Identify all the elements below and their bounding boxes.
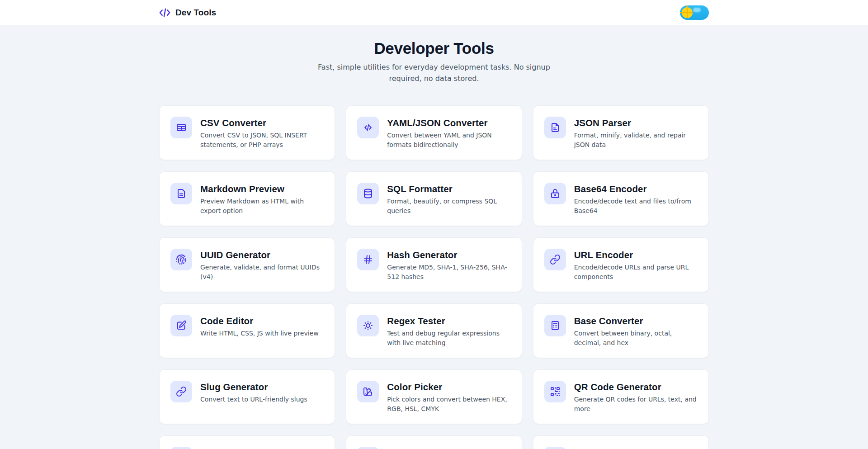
tool-card[interactable]: Slug Generator Convert text to URL-frien… — [159, 369, 335, 424]
document-icon — [170, 183, 192, 204]
tool-description: Pick colors and convert between HEX, RGB… — [387, 395, 510, 413]
hash-icon — [357, 249, 379, 270]
tool-card[interactable] — [346, 435, 522, 449]
tool-description: Format, minify, validate, and repair JSO… — [574, 131, 698, 149]
calculator-icon — [544, 315, 566, 336]
page-subtitle: Fast, simple utilities for everyday deve… — [307, 62, 561, 84]
tool-card[interactable]: Base Converter Convert between binary, o… — [533, 303, 709, 358]
tool-card[interactable]: Color Picker Pick colors and convert bet… — [346, 369, 522, 424]
tool-card[interactable]: UUID Generator Generate, validate, and f… — [159, 237, 335, 292]
tool-title: JSON Parser — [574, 118, 698, 128]
database-icon — [357, 183, 379, 204]
tool-title: URL Encoder — [574, 250, 698, 260]
tool-icon-tile — [544, 447, 566, 449]
tool-card[interactable]: CSV Converter Convert CSV to JSON, SQL I… — [159, 105, 335, 160]
hero: Developer Tools Fast, simple utilities f… — [0, 25, 868, 84]
tool-card[interactable]: Code Editor Write HTML, CSS, JS with liv… — [159, 303, 335, 358]
page-title: Developer Tools — [0, 39, 868, 58]
tool-card[interactable]: Hash Generator Generate MD5, SHA-1, SHA-… — [346, 237, 522, 292]
tool-title: Slug Generator — [200, 382, 307, 392]
brand-name: Dev Tools — [175, 8, 216, 18]
tools-grid: CSV Converter Convert CSV to JSON, SQL I… — [159, 105, 709, 449]
tool-card[interactable]: JSON Parser Format, minify, validate, an… — [533, 105, 709, 160]
tool-description: Generate MD5, SHA-1, SHA-256, SHA-512 ha… — [387, 263, 510, 281]
sun-icon — [680, 5, 709, 20]
tool-title: Regex Tester — [387, 316, 510, 326]
lock-icon — [544, 183, 566, 204]
link-icon — [544, 249, 566, 270]
tool-description: Write HTML, CSS, JS with live preview — [200, 329, 319, 338]
tool-card[interactable]: Base64 Encoder Encode/decode text and fi… — [533, 171, 709, 226]
tool-description: Encode/decode text and files to/from Bas… — [574, 197, 698, 215]
swatch-icon — [357, 381, 379, 402]
tool-description: Convert between binary, octal, decimal, … — [574, 329, 698, 347]
tool-title: Markdown Preview — [200, 184, 324, 194]
tool-title: QR Code Generator — [574, 382, 698, 392]
tool-card[interactable]: YAML/JSON Converter Convert between YAML… — [346, 105, 522, 160]
code-icon — [357, 117, 379, 138]
tool-description: Preview Markdown as HTML with export opt… — [200, 197, 324, 215]
tool-title: Base Converter — [574, 316, 698, 326]
tool-card[interactable] — [533, 435, 709, 449]
tool-title: CSV Converter — [200, 118, 324, 128]
tool-description: Format, beautify, or compress SQL querie… — [387, 197, 510, 215]
brand[interactable]: Dev Tools — [159, 8, 216, 18]
tool-description: Generate, validate, and format UUIDs (v4… — [200, 263, 324, 281]
tool-icon-tile — [357, 447, 379, 449]
tool-description: Convert CSV to JSON, SQL INSERT statemen… — [200, 131, 324, 149]
tool-title: UUID Generator — [200, 250, 324, 260]
tool-title: YAML/JSON Converter — [387, 118, 510, 128]
tool-icon-tile — [170, 447, 192, 449]
qr-code-icon — [544, 381, 566, 402]
tool-description: Convert text to URL-friendly slugs — [200, 395, 307, 404]
tool-card[interactable]: QR Code Generator Generate QR codes for … — [533, 369, 709, 424]
sun-icon — [357, 315, 379, 336]
link-icon — [170, 381, 192, 402]
tool-card[interactable]: Regex Tester Test and debug regular expr… — [346, 303, 522, 358]
tool-description: Encode/decode URLs and parse URL compone… — [574, 263, 698, 281]
tool-title: Code Editor — [200, 316, 319, 326]
tool-title: Color Picker — [387, 382, 510, 392]
fingerprint-icon — [170, 249, 192, 270]
table-icon — [170, 117, 192, 138]
tool-card[interactable] — [159, 435, 335, 449]
tool-description: Test and debug regular expressions with … — [387, 329, 510, 347]
code-icon — [159, 8, 170, 18]
tool-description: Convert between YAML and JSON formats bi… — [387, 131, 510, 149]
site-header: Dev Tools — [0, 0, 868, 25]
tool-card[interactable]: Markdown Preview Preview Markdown as HTM… — [159, 171, 335, 226]
tool-description: Generate QR codes for URLs, text, and mo… — [574, 395, 698, 413]
tool-title: Base64 Encoder — [574, 184, 698, 194]
tool-title: Hash Generator — [387, 250, 510, 260]
tool-card[interactable]: SQL Formatter Format, beautify, or compr… — [346, 171, 522, 226]
tool-card[interactable]: URL Encoder Encode/decode URLs and parse… — [533, 237, 709, 292]
edit-icon — [170, 315, 192, 336]
tool-title: SQL Formatter — [387, 184, 510, 194]
theme-toggle[interactable] — [680, 5, 709, 20]
file-text-icon — [544, 117, 566, 138]
main-content: Developer Tools Fast, simple utilities f… — [0, 25, 868, 449]
